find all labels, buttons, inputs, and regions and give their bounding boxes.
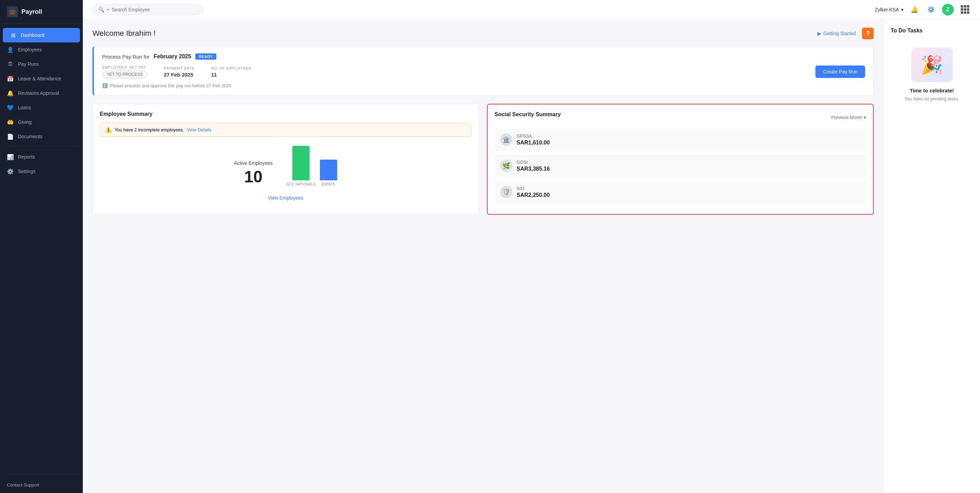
sidebar-item-label: Leave & Attendance	[18, 76, 61, 81]
main-content: Welcome Ibrahim ! ▶ Getting Started ? Pr…	[83, 19, 883, 493]
leave-icon: 📅	[7, 75, 14, 82]
content-area: Welcome Ibrahim ! ▶ Getting Started ? Pr…	[83, 19, 980, 493]
app-logo: 💼 Payroll	[0, 0, 83, 24]
sidebar-item-label: Loans	[18, 105, 31, 110]
right-panel: To Do Tasks 🎉 Time to celebrate! You hav…	[883, 19, 980, 493]
main-area: 🔍 ▾ Zylker KSA ▾ 🔔 ⚙️ Z	[83, 0, 980, 493]
social-security-panel: Social Security Summary Previous Month ▾…	[487, 104, 874, 215]
sidebar-item-label: Giving	[18, 119, 32, 125]
sidebar-item-label: Settings	[18, 169, 35, 174]
avatar[interactable]: Z	[942, 4, 954, 16]
sio-icon: 🛡️	[500, 186, 512, 198]
ready-badge: READY	[195, 54, 216, 60]
view-employees-link[interactable]: View Employees	[100, 195, 471, 201]
sidebar-item-payruns[interactable]: 🗓 Pay Runs	[0, 57, 83, 71]
payrun-details: EMPLOYEES' NET PAY YET TO PROCESS PAYMEN…	[102, 65, 865, 78]
payment-date: PAYMENT DATE 27 Feb 2025	[164, 66, 195, 78]
org-selector[interactable]: Zylker KSA ▾	[875, 7, 904, 13]
sidebar-item-label: Dashboard	[21, 32, 45, 38]
celebrate-title: Time to celebrate!	[894, 87, 970, 94]
revisions-icon: 🔔	[7, 90, 14, 97]
employees-net-pay: EMPLOYEES' NET PAY YET TO PROCESS	[102, 65, 147, 78]
search-dropdown[interactable]: ▾	[107, 7, 109, 12]
topbar: 🔍 ▾ Zylker KSA ▾ 🔔 ⚙️ Z	[83, 0, 980, 19]
sidebar-item-leave[interactable]: 📅 Leave & Attendance	[0, 71, 83, 86]
sidebar-item-label: Pay Runs	[18, 61, 39, 67]
sidebar-item-reports[interactable]: 📊 Reports	[0, 150, 83, 164]
contact-support[interactable]: Contact Support	[0, 477, 83, 493]
info-icon: ℹ️	[102, 83, 108, 88]
gcc-nationals-bar	[292, 146, 310, 180]
sidebar-item-dashboard[interactable]: ⊞ Dashboard	[3, 28, 80, 43]
search-bar[interactable]: 🔍 ▾	[92, 5, 203, 15]
search-input[interactable]	[112, 7, 197, 13]
payrun-card: Process Pay Run for February 2025 READY …	[92, 46, 874, 95]
sidebar-item-giving[interactable]: 🤲 Giving	[0, 115, 83, 129]
page-title: Welcome Ibrahim !	[92, 29, 156, 38]
grid-apps-icon[interactable]	[959, 4, 970, 15]
social-security-header: Social Security Summary Previous Month ▾	[495, 111, 866, 123]
sidebar-item-employees[interactable]: 👤 Employees	[0, 43, 83, 57]
sidebar-item-label: Reports	[18, 154, 35, 160]
expats-bar-group: EXPATS	[320, 160, 337, 186]
payrun-header: Process Pay Run for February 2025 READY	[102, 54, 865, 60]
celebrate-card: 🎉 Time to celebrate! You have no pending…	[891, 41, 973, 108]
no-of-employees: NO. OF EMPLOYEES 11	[211, 66, 251, 78]
view-details-link[interactable]: View Details	[187, 127, 211, 132]
yet-to-process-badge: YET TO PROCESS	[102, 71, 147, 78]
bottom-row: Employee Summary ⚠️ You have 2 incomplet…	[92, 104, 874, 215]
sidebar-item-label: Revisions Approval	[18, 90, 59, 96]
sidebar: 💼 Payroll ⊞ Dashboard 👤 Employees 🗓 Pay …	[0, 0, 83, 493]
active-count: Active Employees 10	[234, 160, 272, 186]
notifications-icon[interactable]: 🔔	[909, 4, 920, 15]
bars-chart: GCC NATIONALS EXPATS	[286, 146, 337, 186]
giving-icon: 🤲	[7, 119, 14, 125]
play-icon: ▶	[818, 31, 821, 36]
help-button[interactable]: ?	[862, 28, 874, 39]
sidebar-item-label: Employees	[18, 47, 42, 52]
ss-card-gpssa: 🏛️ GPSSA SAR1,610.00	[495, 128, 866, 151]
sidebar-item-settings[interactable]: ⚙️ Settings	[0, 164, 83, 179]
ss-card-sio: 🛡️ SIO SAR2,250.00	[495, 181, 866, 203]
settings-topbar-icon[interactable]: ⚙️	[926, 4, 937, 15]
employee-summary-panel: Employee Summary ⚠️ You have 2 incomplet…	[92, 104, 479, 215]
app-logo-icon: 💼	[7, 6, 18, 17]
getting-started-link[interactable]: ▶ Getting Started	[818, 31, 856, 36]
sidebar-item-revisions[interactable]: 🔔 Revisions Approval	[0, 86, 83, 100]
app-name: Payroll	[21, 8, 42, 16]
gcc-bar-group: GCC NATIONALS	[286, 146, 316, 186]
org-name: Zylker KSA	[875, 7, 899, 13]
sidebar-divider	[6, 146, 77, 147]
sidebar-footer-divider	[6, 474, 77, 474]
gosi-icon: 🌿	[500, 160, 512, 172]
sidebar-item-loans[interactable]: 💙 Loans	[0, 100, 83, 115]
employee-summary-title: Employee Summary	[100, 111, 471, 117]
dashboard-icon: ⊞	[10, 32, 17, 39]
todo-title: To Do Tasks	[891, 28, 973, 34]
payrun-note: ℹ️ Please process and approve this pay r…	[102, 83, 865, 88]
chart-area: Active Employees 10 GCC NATIONALS EXPATS	[100, 143, 471, 190]
previous-month-selector[interactable]: Previous Month ▾	[831, 115, 866, 120]
gpssa-icon: 🏛️	[500, 133, 512, 146]
settings-icon: ⚙️	[7, 168, 14, 175]
create-payrun-button[interactable]: Create Pay Run	[815, 65, 865, 78]
documents-icon: 📄	[7, 133, 14, 140]
expats-bar	[320, 160, 337, 180]
topbar-right: Zylker KSA ▾ 🔔 ⚙️ Z	[875, 4, 970, 16]
page-header: Welcome Ibrahim ! ▶ Getting Started ?	[92, 28, 874, 39]
warning-bar: ⚠️ You have 2 incomplete employees. View…	[100, 123, 471, 137]
sidebar-nav: ⊞ Dashboard 👤 Employees 🗓 Pay Runs 📅 Lea…	[0, 24, 83, 471]
ss-card-gosi: 🌿 GOSI SAR3,385.16	[495, 155, 866, 177]
employees-icon: 👤	[7, 46, 14, 53]
reports-icon: 📊	[7, 154, 14, 160]
sidebar-item-label: Documents	[18, 134, 43, 139]
payruns-icon: 🗓	[7, 61, 14, 68]
social-security-title: Social Security Summary	[495, 111, 561, 117]
celebrate-image: 🎉	[911, 48, 953, 82]
org-chevron: ▾	[901, 7, 904, 13]
sidebar-item-documents[interactable]: 📄 Documents	[0, 129, 83, 144]
loans-icon: 💙	[7, 104, 14, 111]
warning-icon: ⚠️	[105, 127, 112, 133]
celebrate-subtitle: You have no pending tasks.	[894, 96, 970, 101]
period-chevron: ▾	[864, 115, 866, 120]
